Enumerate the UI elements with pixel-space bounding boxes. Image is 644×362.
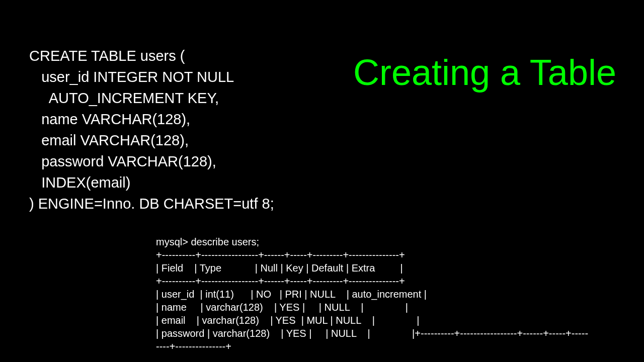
- mysql-describe-output: mysql> describe users; +----------+-----…: [156, 235, 644, 353]
- sql-create-statement: CREATE TABLE users ( user_id INTEGER NOT…: [29, 45, 274, 214]
- slide-heading: Creating a Table: [353, 53, 616, 93]
- slide-container: CREATE TABLE users ( user_id INTEGER NOT…: [0, 0, 644, 362]
